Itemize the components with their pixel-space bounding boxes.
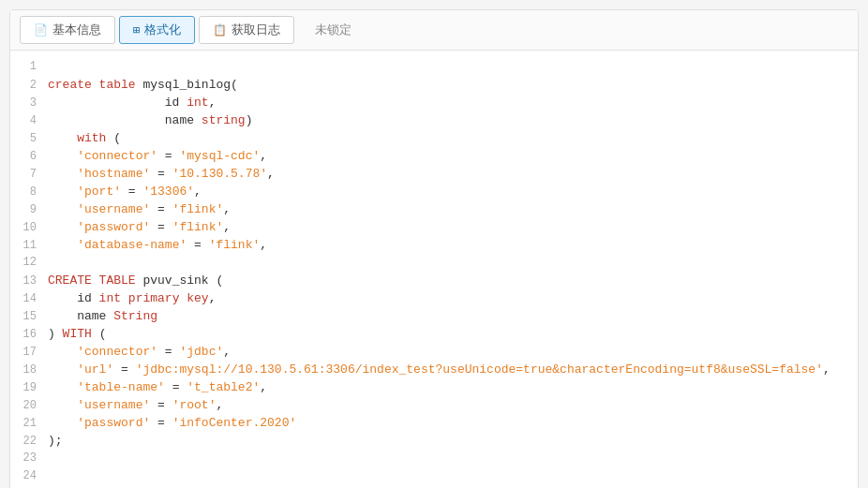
code-line: 19 'table-name' = 't_table2', bbox=[10, 380, 858, 398]
tab-get-log[interactable]: 📋 获取日志 bbox=[199, 16, 294, 44]
basic-info-icon: 📄 bbox=[34, 23, 48, 37]
line-number: 17 bbox=[10, 346, 48, 359]
code-line: 16) WITH ( bbox=[10, 327, 858, 345]
code-editor[interactable]: 12create table mysql_binlog(3 id int,4 n… bbox=[10, 51, 858, 488]
code-line: 20 'username' = 'root', bbox=[10, 398, 858, 416]
code-line: 2create table mysql_binlog( bbox=[10, 78, 858, 96]
code-line: 18 'url' = 'jdbc:mysql://10.130.5.61:330… bbox=[10, 362, 858, 380]
line-content: 'connector' = 'jdbc', bbox=[48, 345, 858, 359]
line-number: 22 bbox=[10, 435, 48, 448]
code-line: 17 'connector' = 'jdbc', bbox=[10, 345, 858, 362]
line-number: 23 bbox=[10, 451, 48, 465]
format-icon: ⊞ bbox=[133, 23, 140, 37]
format-label: 格式化 bbox=[144, 22, 181, 38]
line-number: 7 bbox=[10, 168, 48, 181]
line-number: 18 bbox=[10, 363, 48, 377]
code-line: 10 'password' = 'flink', bbox=[10, 220, 858, 238]
code-line: 4 name string) bbox=[10, 113, 858, 131]
line-content: id int primary key, bbox=[48, 291, 858, 305]
code-line: 3 id int, bbox=[10, 96, 858, 113]
get-log-label: 获取日志 bbox=[232, 22, 280, 38]
line-number: 16 bbox=[10, 328, 48, 341]
get-log-icon: 📋 bbox=[213, 23, 227, 37]
line-content: ); bbox=[48, 434, 858, 448]
line-number: 8 bbox=[10, 185, 48, 199]
code-line: 12 bbox=[10, 256, 858, 274]
code-line: 21 'password' = 'infoCenter.2020' bbox=[10, 416, 858, 434]
line-number: 21 bbox=[10, 417, 48, 430]
line-number: 15 bbox=[10, 310, 48, 323]
code-line: 24 bbox=[10, 469, 858, 487]
line-content: CREATE TABLE pvuv_sink ( bbox=[48, 274, 858, 288]
line-content: 'url' = 'jdbc:mysql://10.130.5.61:3306/i… bbox=[48, 362, 858, 377]
line-content: 'hostname' = '10.130.5.78', bbox=[48, 167, 858, 181]
code-line: 23 bbox=[10, 451, 858, 469]
line-content: 'username' = 'root', bbox=[48, 398, 858, 412]
main-container: 📄 基本信息 ⊞ 格式化 📋 获取日志 未锁定 12create table m… bbox=[9, 9, 859, 488]
line-content: 'password' = 'infoCenter.2020' bbox=[48, 416, 858, 430]
line-number: 14 bbox=[10, 292, 48, 305]
line-content: 'port' = '13306', bbox=[48, 185, 858, 199]
line-number: 24 bbox=[10, 469, 48, 482]
code-line: 1 bbox=[10, 60, 858, 78]
line-number: 12 bbox=[10, 256, 48, 269]
line-number: 2 bbox=[10, 79, 48, 92]
basic-info-label: 基本信息 bbox=[52, 22, 101, 38]
line-number: 4 bbox=[10, 114, 48, 127]
line-number: 11 bbox=[10, 239, 48, 252]
line-number: 9 bbox=[10, 203, 48, 216]
code-line: 11 'database-name' = 'flink', bbox=[10, 238, 858, 256]
code-line: 14 id int primary key, bbox=[10, 291, 858, 309]
line-content: id int, bbox=[48, 96, 858, 110]
code-line: 5 with ( bbox=[10, 131, 858, 149]
line-number: 20 bbox=[10, 399, 48, 412]
code-line: 15 name String bbox=[10, 309, 858, 327]
code-line: 13CREATE TABLE pvuv_sink ( bbox=[10, 274, 858, 291]
line-content: ) WITH ( bbox=[48, 327, 858, 341]
line-number: 3 bbox=[10, 96, 48, 110]
line-content: 'database-name' = 'flink', bbox=[48, 238, 858, 252]
line-number: 6 bbox=[10, 150, 48, 163]
tab-basic-info[interactable]: 📄 基本信息 bbox=[20, 16, 115, 44]
unlocked-status: 未锁定 bbox=[306, 17, 361, 43]
line-number: 1 bbox=[10, 60, 48, 73]
line-number: 5 bbox=[10, 132, 48, 145]
line-content: create table mysql_binlog( bbox=[48, 78, 858, 92]
line-content: 'password' = 'flink', bbox=[48, 220, 858, 234]
line-number: 13 bbox=[10, 274, 48, 288]
tab-format[interactable]: ⊞ 格式化 bbox=[119, 16, 195, 44]
code-line: 6 'connector' = 'mysql-cdc', bbox=[10, 149, 858, 167]
code-line: 9 'username' = 'flink', bbox=[10, 202, 858, 220]
line-content: name string) bbox=[48, 113, 858, 127]
line-content: with ( bbox=[48, 131, 858, 145]
code-line: 22); bbox=[10, 434, 858, 451]
line-content: name String bbox=[48, 309, 858, 323]
code-line: 7 'hostname' = '10.130.5.78', bbox=[10, 167, 858, 185]
line-number: 19 bbox=[10, 381, 48, 394]
line-content: 'username' = 'flink', bbox=[48, 202, 858, 216]
line-content: 'connector' = 'mysql-cdc', bbox=[48, 149, 858, 163]
line-number: 10 bbox=[10, 221, 48, 234]
line-content: 'table-name' = 't_table2', bbox=[48, 380, 858, 394]
code-line: 8 'port' = '13306', bbox=[10, 185, 858, 202]
tab-bar: 📄 基本信息 ⊞ 格式化 📋 获取日志 未锁定 bbox=[10, 10, 858, 51]
